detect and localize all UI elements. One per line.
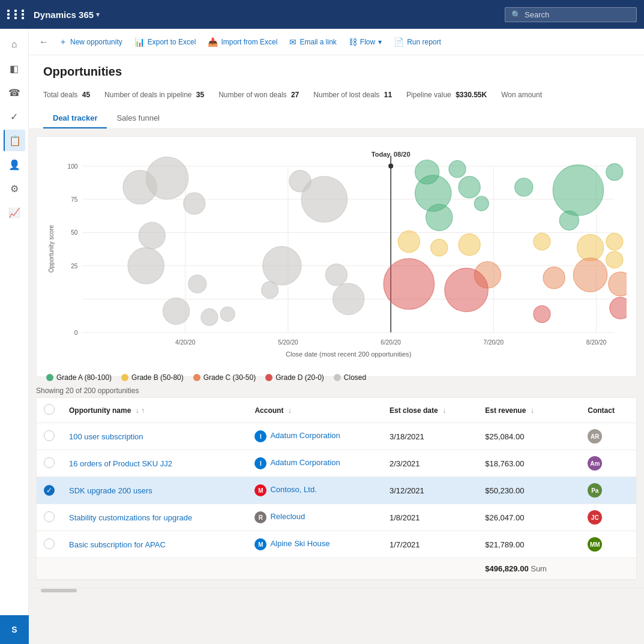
search-box[interactable]: 🔍 Search [505,7,637,22]
row-checkbox[interactable] [44,457,55,468]
svg-point-47 [515,178,533,196]
settings-icon[interactable]: ⚙ [4,178,25,199]
showing-label: Showing 20 of 200 opportunities [36,387,637,395]
svg-text:4/20/20: 4/20/20 [175,339,196,346]
table-row[interactable]: ✓SDK upgrade 200 usersMContoso, Ltd.3/12… [37,477,636,504]
contact-avatar[interactable]: Pa [588,483,602,498]
legend-grade-d-dot [265,374,272,381]
user-avatar[interactable]: S [0,615,29,644]
svg-point-51 [398,230,420,252]
account-icon: M [254,484,266,496]
run-report-button[interactable]: 📄 Run report [389,34,446,50]
user-icon[interactable]: 👤 [4,154,25,175]
table-row[interactable]: Stability customizations for upgradeRRel… [37,504,636,531]
scrollbar-thumb[interactable] [41,589,77,592]
flow-button[interactable]: ⛓ Flow ▾ [344,34,387,50]
chart-section: 100 75 50 25 0 Opportunity score 4/20/20… [36,136,637,377]
bubble-chart: 100 75 50 25 0 Opportunity score 4/20/20… [46,146,627,367]
account-name[interactable]: Adatum Corporation [270,432,340,441]
chart-tabs: Deal tracker Sales funnel [43,109,630,128]
row-checkbox[interactable] [44,511,55,522]
svg-point-30 [128,248,164,284]
row-checkbox[interactable] [44,538,55,549]
contact-cell: AR [580,423,636,450]
col-account[interactable]: Account ↓ [247,398,382,423]
account-name[interactable]: Adatum Corporation [270,459,340,468]
analytics-icon[interactable]: 📈 [4,202,25,223]
stat-lost-deals: Number of lost deals 11 [313,91,392,99]
email-link-button[interactable]: ✉ Email a link [284,34,341,50]
opportunity-name-cell[interactable]: Stability customizations for upgrade [62,504,247,531]
account-cell: IAdatum Corporation [247,450,382,477]
flow-icon: ⛓ [349,37,357,47]
table-row[interactable]: Basic subscription for APACMAlpine Ski H… [37,531,636,558]
svg-point-50 [559,211,579,230]
contact-avatar[interactable]: JC [588,510,602,525]
row-checkbox-selected[interactable]: ✓ [44,485,55,496]
svg-point-29 [139,222,165,248]
sidebar: ⌂ ◧ ☎ ✓ 📋 👤 ⚙ 📈 [0,29,29,644]
svg-text:5/20/20: 5/20/20 [278,339,298,346]
contact-avatar[interactable]: MM [588,537,602,552]
select-all-header[interactable] [37,398,62,423]
revenue-cell: $26,047.00 [478,504,580,531]
stat-pipeline-value: Pipeline value $330.55K [406,91,487,99]
home-icon[interactable]: ⌂ [4,34,25,55]
dashboard-icon[interactable]: ◧ [4,58,25,79]
tab-deal-tracker[interactable]: Deal tracker [43,109,107,128]
stat-total-deals: Total deals 45 [43,91,90,99]
import-excel-button[interactable]: 📥 Import from Excel [203,34,282,50]
new-opportunity-button[interactable]: ＋ New opportunity [54,34,127,50]
opportunity-name-cell[interactable]: SDK upgrade 200 users [62,477,247,504]
opportunity-name-cell[interactable]: 100 user subscription [62,423,247,450]
account-name[interactable]: Relecloud [270,513,305,522]
svg-text:25: 25 [71,263,78,269]
plus-icon: ＋ [59,37,67,47]
legend-grade-a-dot [46,374,53,381]
contact-avatar[interactable]: AR [588,429,602,444]
stat-won-amount: Won amount [501,91,542,99]
svg-text:6/20/20: 6/20/20 [381,339,401,346]
opportunities-table: Opportunity name ↓ ↑ Account ↓ Est close… [36,397,637,580]
back-button[interactable]: ← [36,34,52,50]
svg-point-59 [543,267,565,289]
col-contact[interactable]: Contact [580,398,636,423]
tab-sales-funnel[interactable]: Sales funnel [107,109,169,128]
svg-point-49 [606,164,623,181]
svg-text:50: 50 [71,229,78,236]
main-content: ← ＋ New opportunity 📊 Export to Excel 📥 … [29,29,644,644]
row-checkbox[interactable] [44,430,55,441]
svg-text:8/20/20: 8/20/20 [586,339,607,346]
col-close-date[interactable]: Est close date ↓ [382,398,478,423]
svg-text:Today, 08/20: Today, 08/20 [372,151,411,158]
contact-cell: Am [580,450,636,477]
svg-point-32 [163,298,189,324]
contact-avatar[interactable]: Am [588,456,602,471]
col-opportunity-name[interactable]: Opportunity name ↓ ↑ [62,398,247,423]
opportunity-name-cell[interactable]: Basic subscription for APAC [62,531,247,558]
svg-text:Close date (most recent 200 op: Close date (most recent 200 opportunitie… [286,351,411,358]
svg-point-42 [449,161,466,178]
svg-point-65 [610,297,627,319]
table-row[interactable]: 16 orders of Product SKU JJ2IAdatum Corp… [37,450,636,477]
excel-import-icon: 📥 [208,37,218,47]
account-name[interactable]: Contoso, Ltd. [270,486,316,495]
close-date-cell: 3/12/2021 [382,477,478,504]
svg-point-36 [263,247,301,285]
app-title[interactable]: Dynamics 365 ▾ [34,10,100,20]
svg-point-38 [301,176,348,223]
opportunity-name-cell[interactable]: 16 orders of Product SKU JJ2 [62,450,247,477]
export-excel-button[interactable]: 📊 Export to Excel [130,34,201,50]
contact-cell: Pa [580,477,636,504]
svg-text:0: 0 [74,330,78,336]
col-revenue[interactable]: Est revenue ↓ [478,398,580,423]
app-grid-icon[interactable] [7,10,28,19]
account-name[interactable]: Alpine Ski House [270,540,330,549]
table-row[interactable]: 100 user subscriptionIAdatum Corporation… [37,423,636,450]
svg-point-40 [333,283,364,314]
reports-icon[interactable]: 📋 [4,130,25,151]
activities-icon[interactable]: ✓ [4,106,25,127]
horizontal-scrollbar[interactable] [29,588,644,592]
svg-point-54 [534,233,550,250]
contacts-icon[interactable]: ☎ [4,82,25,103]
